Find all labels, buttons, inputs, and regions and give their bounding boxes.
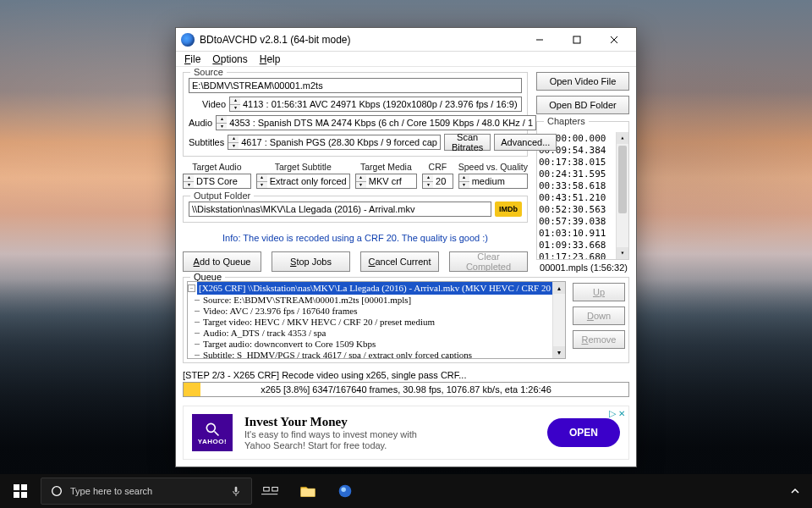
speed-input[interactable]: medium [469, 174, 528, 189]
minimize-button[interactable] [521, 28, 558, 52]
taskbar-search[interactable]: Type here to search [41, 478, 252, 505]
close-button[interactable] [595, 28, 633, 52]
advanced-button[interactable]: Advanced... [494, 134, 557, 151]
chapter-item[interactable]: 00:33:58.618 [539, 180, 627, 192]
adchoices-icon[interactable]: ▷ [609, 408, 616, 419]
chapter-item[interactable]: 00:43:51.210 [539, 192, 627, 204]
speed-spinner[interactable]: ▴▾ [458, 174, 469, 189]
svg-rect-9 [264, 487, 269, 491]
speed-quality-label: Speed vs. Quality [458, 162, 528, 172]
output-path-input[interactable]: \\Diskstation\nas\MKV\La Llegada (2016) … [189, 202, 491, 217]
add-to-queue-button[interactable]: Add to Queue [183, 251, 261, 272]
svg-rect-7 [235, 487, 238, 493]
progress-text: x265 [3.8%] 6347/167640 frames, 30.98 fp… [261, 384, 551, 395]
queue-node[interactable]: Target video: HEVC / MKV HEVC / CRF 20 /… [188, 317, 565, 328]
target-media-spinner[interactable]: ▴▾ [355, 174, 366, 189]
svg-rect-10 [272, 487, 277, 491]
queue-node[interactable]: Target audio: downconvert to Core 1509 K… [188, 339, 565, 350]
crf-label: CRF [422, 162, 453, 172]
maximize-button[interactable] [558, 28, 595, 52]
queue-node[interactable]: Subtitle: S_HDMV/PGS / track 4617 / spa … [188, 350, 565, 359]
chapter-item[interactable]: 00:52:30.563 [539, 204, 627, 216]
svg-line-5 [215, 431, 219, 435]
progress-fill [184, 383, 200, 396]
target-audio-spinner[interactable]: ▴▾ [183, 174, 194, 189]
scan-bitrates-button[interactable]: Scan Bitrates [444, 134, 491, 151]
audio-track-input[interactable]: 4353 : Spanish DTS MA 2474 Kbps (6 ch / … [227, 115, 536, 130]
file-explorer-taskbar-icon[interactable] [289, 474, 326, 508]
ad-headline: Invest Your Money [244, 415, 439, 429]
video-spinner[interactable]: ▴▾ [229, 97, 240, 112]
scroll-up-icon[interactable]: ▴ [553, 282, 565, 294]
yahoo-logo[interactable]: YAHOO! [192, 414, 233, 451]
open-video-file-button[interactable]: Open Video File [536, 72, 629, 91]
scroll-down-icon[interactable]: ▾ [553, 346, 565, 358]
ad-close-icon[interactable]: ✕ [618, 409, 625, 418]
chapters-list[interactable]: 00:00:00.00000:09:54.38400:17:38.01500:2… [537, 132, 628, 259]
source-path-input[interactable]: E:\BDMV\STREAM\00001.m2ts [189, 78, 522, 93]
menu-options[interactable]: Options [207, 52, 252, 66]
subtitles-label: Subtitles [189, 137, 224, 147]
target-audio-label: Target Audio [183, 162, 251, 172]
chapter-item[interactable]: 01:03:10.911 [539, 228, 627, 240]
chapter-item[interactable]: 01:09:33.668 [539, 240, 627, 251]
chapter-item[interactable]: 01:17:23.680 [539, 251, 627, 259]
scroll-up-icon[interactable]: ▴ [617, 132, 628, 144]
queue-node[interactable]: Video: AVC / 23.976 fps / 167640 frames [188, 306, 565, 317]
scroll-down-icon[interactable]: ▾ [617, 247, 628, 259]
audio-spinner[interactable]: ▴▾ [216, 115, 227, 130]
imdb-button[interactable]: IMDb [495, 202, 522, 217]
mpls-info: 00001.mpls (1:56:32) [536, 262, 629, 273]
stop-jobs-button[interactable]: Stop Jobs [272, 251, 350, 272]
progress-step-label: [STEP 2/3 - X265 CRF] Recode video using… [183, 370, 629, 380]
search-icon [204, 421, 221, 438]
targets-row: Target Audio ▴▾DTS Core Target Subtitle … [183, 162, 528, 189]
window-title: BDtoAVCHD v2.8.1 (64-bit mode) [200, 34, 351, 46]
target-audio-input[interactable]: DTS Core [194, 174, 251, 189]
chapter-item[interactable]: 00:17:38.015 [539, 157, 627, 168]
queue-tree[interactable]: − [X265 CRF] \\Diskstation\nas\MKV\La Ll… [187, 281, 566, 359]
queue-remove-button[interactable]: Remove [573, 330, 625, 349]
queue-group: Queue − [X265 CRF] \\Diskstation\nas\MKV… [183, 277, 629, 363]
queue-up-button[interactable]: Up [573, 283, 625, 301]
scroll-thumb[interactable] [618, 146, 627, 213]
menu-help[interactable]: Help [255, 52, 286, 66]
crf-input[interactable]: 20 [433, 174, 453, 189]
svg-rect-12 [301, 489, 315, 496]
start-button[interactable] [0, 474, 41, 508]
target-media-label: Target Media [355, 162, 417, 172]
chapters-scrollbar[interactable]: ▴ ▾ [616, 132, 628, 259]
chapter-item[interactable]: 00:24:31.595 [539, 168, 627, 180]
clear-completed-button[interactable]: Clear Completed [449, 251, 528, 272]
menubar: File Options Help [176, 52, 636, 67]
crf-spinner[interactable]: ▴▾ [422, 174, 433, 189]
video-track-input[interactable]: 4113 : 01:56:31 AVC 24971 Kbps (1920x108… [240, 97, 522, 112]
tray-overflow-button[interactable] [783, 474, 807, 508]
target-media-input[interactable]: MKV crf [366, 174, 417, 189]
cancel-current-button[interactable]: Cancel Current [360, 251, 439, 272]
subtitles-spinner[interactable]: ▴▾ [228, 135, 239, 150]
mic-icon[interactable] [229, 484, 243, 498]
task-view-button[interactable] [252, 474, 289, 508]
target-subtitle-input[interactable]: Extract only forced [267, 174, 350, 189]
target-subtitle-spinner[interactable]: ▴▾ [256, 174, 267, 189]
titlebar[interactable]: BDtoAVCHD v2.8.1 (64-bit mode) [176, 28, 636, 52]
tree-collapse-icon[interactable]: − [188, 284, 195, 292]
svg-point-14 [341, 487, 346, 492]
output-group: Output Folder \\Diskstation\nas\MKV\La L… [183, 196, 528, 223]
queue-node[interactable]: Audio: A_DTS / track 4353 / spa [188, 328, 565, 339]
ad-open-button[interactable]: OPEN [547, 418, 620, 447]
chapter-item[interactable]: 00:57:39.038 [539, 216, 627, 228]
queue-scrollbar[interactable]: ▴ ▾ [552, 282, 565, 358]
target-subtitle-label: Target Subtitle [256, 162, 350, 172]
queue-node[interactable]: Source: E:\BDMV\STREAM\00001.m2ts [00001… [188, 295, 565, 306]
menu-file[interactable]: File [179, 52, 206, 66]
ad-banner: ▷ ✕ YAHOO! Invest Your Money It's easy t… [183, 406, 629, 460]
svg-point-6 [52, 487, 62, 496]
queue-down-button[interactable]: Down [573, 306, 625, 325]
app-taskbar-icon[interactable] [326, 474, 364, 508]
source-group: Source E:\BDMV\STREAM\00001.m2ts Video ▴… [183, 72, 528, 157]
queue-item-header[interactable]: [X265 CRF] \\Diskstation\nas\MKV\La Lleg… [197, 282, 565, 295]
subtitles-track-input[interactable]: 4617 : Spanish PGS (28.30 Kbps / 9 force… [239, 135, 441, 150]
open-bd-folder-button[interactable]: Open BD Folder [536, 96, 629, 114]
